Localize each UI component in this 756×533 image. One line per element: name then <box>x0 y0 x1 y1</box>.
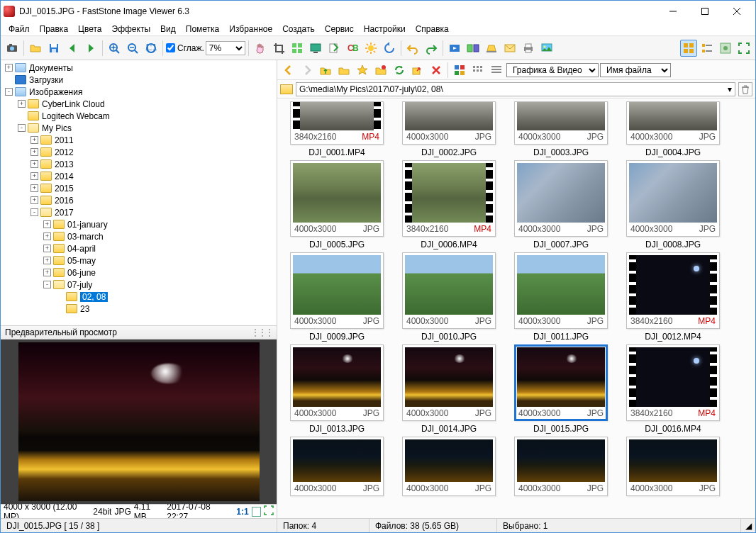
fit-icon[interactable] <box>264 505 274 517</box>
tree-node[interactable]: 23 <box>1 303 277 315</box>
tree-node[interactable]: +2012 <box>1 146 277 158</box>
hand-icon[interactable] <box>252 40 269 57</box>
collapse-icon[interactable]: - <box>18 124 26 132</box>
screen-icon[interactable] <box>307 40 324 57</box>
tree-node[interactable]: -Изображения <box>1 86 277 98</box>
open-icon[interactable] <box>27 40 44 57</box>
expand-icon[interactable]: + <box>30 136 38 144</box>
contact-sheet-icon[interactable] <box>289 40 306 57</box>
slideshow-icon[interactable] <box>446 40 463 57</box>
color-icon[interactable]: CB <box>344 40 361 57</box>
thumbnail[interactable]: 4000x3000JPG <box>395 437 503 496</box>
tree-node[interactable]: Logitech Webcam <box>1 110 277 122</box>
tree-node[interactable]: +04-april <box>1 242 277 254</box>
trash-icon[interactable] <box>738 82 752 96</box>
tag-icon[interactable] <box>372 62 389 79</box>
grip-icon[interactable]: ⋮⋮⋮ <box>251 327 272 337</box>
collapse-icon[interactable]: - <box>5 88 13 96</box>
thumbnail[interactable]: 4000x3000JPGDJI_0011.JPG <box>507 252 615 342</box>
zoom-actual-icon[interactable]: 1:1 <box>143 40 160 57</box>
menu-сервис[interactable]: Сервис <box>320 23 359 35</box>
rotate-left-icon[interactable] <box>381 40 398 57</box>
tree-node[interactable]: 02, 08 <box>1 291 277 303</box>
copy-to-icon[interactable] <box>409 62 426 79</box>
view-large-icon[interactable] <box>451 62 468 79</box>
menu-пометка[interactable]: Пометка <box>181 23 225 35</box>
folder-tree[interactable]: +Документы Загрузки-Изображения+CyberLin… <box>1 60 277 325</box>
collapse-icon[interactable]: - <box>30 208 38 216</box>
scan-icon[interactable] <box>483 40 500 57</box>
sort-combo[interactable]: Имя файла <box>600 63 671 77</box>
thumbnail[interactable]: 4000x3000JPGDJI_0013.JPG <box>283 344 391 434</box>
view-list-icon[interactable] <box>717 40 734 57</box>
thumbnail[interactable]: 4000x3000JPGDJI_0008.JPG <box>619 160 727 249</box>
light-icon[interactable] <box>362 40 379 57</box>
tree-node[interactable]: +2015 <box>1 182 277 194</box>
thumbnail[interactable]: 4000x3000JPG <box>619 437 727 496</box>
menu-избранное[interactable]: Избранное <box>224 23 277 35</box>
undo-icon[interactable] <box>404 40 421 57</box>
zoom-out-icon[interactable] <box>124 40 141 57</box>
redo-icon[interactable] <box>423 40 440 57</box>
camera-icon[interactable] <box>4 40 21 57</box>
expand-icon[interactable]: + <box>30 148 38 156</box>
crop-icon[interactable] <box>270 40 287 57</box>
menu-цвета[interactable]: Цвета <box>73 23 106 35</box>
up-icon[interactable] <box>317 62 334 79</box>
tree-node[interactable]: +CyberLink Cloud <box>1 98 277 110</box>
next-icon[interactable] <box>82 40 99 57</box>
maximize-button[interactable] <box>689 1 721 22</box>
export-icon[interactable] <box>326 40 343 57</box>
tree-node[interactable]: +03-march <box>1 230 277 242</box>
menu-создать[interactable]: Создать <box>277 23 320 35</box>
thumbnail[interactable]: 3840x2160MP4DJI_0012.MP4 <box>619 252 727 342</box>
close-button[interactable] <box>721 1 752 22</box>
email-icon[interactable] <box>501 40 518 57</box>
thumbnail[interactable]: 4000x3000JPGDJI_0015.JPG <box>507 344 615 434</box>
expand-icon[interactable]: + <box>30 172 38 180</box>
preview-pane[interactable] <box>1 340 277 504</box>
prev-icon[interactable] <box>64 40 81 57</box>
expand-icon[interactable]: + <box>43 269 51 276</box>
menu-эффекты[interactable]: Эффекты <box>107 23 156 35</box>
menu-справка[interactable]: Справка <box>411 23 454 35</box>
expand-icon[interactable]: + <box>18 100 26 108</box>
compare-icon[interactable] <box>465 40 482 57</box>
tree-node[interactable]: +05-may <box>1 254 277 266</box>
thumbnail[interactable]: 4000x3000JPGDJI_0004.JPG <box>619 101 727 157</box>
expand-icon[interactable]: + <box>30 184 38 192</box>
tree-node[interactable]: +2014 <box>1 170 277 182</box>
thumbnail[interactable]: 4000x3000JPGDJI_0007.JPG <box>507 160 615 249</box>
save-icon[interactable] <box>45 40 62 57</box>
thumbnail[interactable]: 3840x2160MP4DJI_0001.MP4 <box>283 101 391 157</box>
minimize-button[interactable] <box>657 1 689 22</box>
menu-настройки[interactable]: Настройки <box>359 23 411 35</box>
expand-icon[interactable]: + <box>43 245 51 252</box>
zoom-in-icon[interactable] <box>106 40 123 57</box>
tree-node[interactable]: +01-january <box>1 218 277 230</box>
thumbnail-grid[interactable]: 3840x2160MP4DJI_0001.MP44000x3000JPGDJI_… <box>277 99 755 518</box>
delete-icon[interactable] <box>428 62 445 79</box>
thumbnail[interactable]: 4000x3000JPGDJI_0003.JPG <box>507 101 615 157</box>
expand-icon[interactable]: + <box>30 196 38 204</box>
filter-category-combo[interactable]: Графика & Видео <box>506 63 599 77</box>
thumbnail[interactable]: 3840x2160MP4DJI_0016.MP4 <box>619 344 727 434</box>
thumbnail[interactable]: 4000x3000JPGDJI_0002.JPG <box>395 101 503 157</box>
expand-icon[interactable]: + <box>5 64 13 72</box>
menu-файл[interactable]: Файл <box>4 23 35 35</box>
view-small-icon[interactable] <box>488 62 505 79</box>
back-icon[interactable] <box>280 62 297 79</box>
path-input[interactable]: G:\media\My Pics\2017\07-july\02, 08\▾ <box>296 82 735 96</box>
expand-icon[interactable]: + <box>43 220 51 228</box>
thumbnail[interactable]: 4000x3000JPGDJI_0010.JPG <box>395 252 503 342</box>
tree-node[interactable]: +2011 <box>1 134 277 146</box>
tree-node[interactable]: +2013 <box>1 158 277 170</box>
expand-icon[interactable]: + <box>43 232 51 240</box>
tree-node[interactable]: Загрузки <box>1 74 277 86</box>
collapse-icon[interactable]: - <box>43 281 51 288</box>
thumbnail[interactable]: 4000x3000JPG <box>283 437 391 496</box>
expand-icon[interactable]: + <box>43 257 51 264</box>
tree-node[interactable]: +2016 <box>1 194 277 206</box>
refresh-icon[interactable] <box>391 62 408 79</box>
expand-icon[interactable]: + <box>30 160 38 168</box>
